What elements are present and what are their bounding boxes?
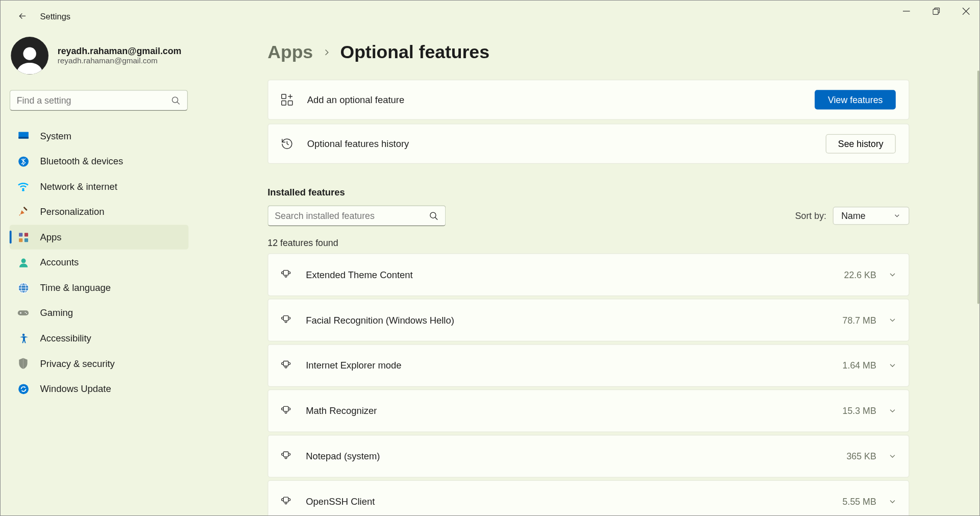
maximize-button[interactable]: [921, 1, 950, 21]
page-title: Optional features: [340, 42, 489, 63]
sort-select[interactable]: Name: [833, 207, 910, 225]
sidebar-search[interactable]: [10, 90, 188, 111]
sidebar-item-bluetooth[interactable]: Bluetooth & devices: [10, 149, 189, 174]
puzzle-icon: [280, 450, 292, 462]
sidebar-item-label: Personalization: [40, 207, 104, 217]
scrollbar[interactable]: [977, 70, 979, 304]
feature-name: Notepad (system): [306, 451, 846, 461]
svg-rect-10: [18, 238, 22, 241]
feature-row[interactable]: Facial Recognition (Windows Hello) 78.7 …: [267, 299, 909, 341]
svg-point-1: [23, 47, 36, 60]
see-history-button[interactable]: See history: [826, 134, 896, 154]
history-label: Optional features history: [307, 139, 826, 149]
breadcrumb-parent[interactable]: Apps: [267, 42, 313, 63]
sidebar-item-label: Windows Update: [40, 384, 111, 394]
puzzle-icon: [280, 495, 292, 508]
add-feature-label: Add an optional feature: [307, 94, 815, 105]
chevron-down-icon: [893, 212, 901, 219]
svg-rect-7: [23, 206, 27, 210]
feature-size: 78.7 MB: [843, 315, 876, 325]
puzzle-icon: [280, 313, 292, 326]
sidebar-item-accessibility[interactable]: Accessibility: [10, 326, 189, 351]
svg-point-23: [430, 212, 436, 217]
gamepad-icon: [17, 307, 29, 319]
close-button[interactable]: [951, 1, 980, 21]
search-icon: [429, 211, 438, 220]
sidebar-item-network[interactable]: Network & internet: [10, 174, 189, 199]
monitor-icon: [17, 130, 29, 142]
svg-point-17: [26, 313, 27, 314]
feature-name: Math Recognizer: [306, 406, 842, 416]
minimize-button[interactable]: [891, 1, 921, 21]
feature-row[interactable]: OpenSSH Client 5.55 MB: [267, 480, 909, 516]
feature-row[interactable]: Notepad (system) 365 KB: [267, 435, 909, 478]
breadcrumb: Apps Optional features: [267, 42, 909, 63]
sidebar-search-input[interactable]: [17, 95, 171, 105]
sidebar-item-time[interactable]: Time & language: [10, 275, 189, 300]
sidebar-item-label: Apps: [40, 232, 61, 242]
feature-list: Extended Theme Content 22.6 KB Facial Re…: [267, 253, 909, 516]
sidebar-item-gaming[interactable]: Gaming: [10, 301, 189, 325]
sync-icon: [17, 383, 29, 395]
svg-rect-21: [282, 101, 286, 105]
feature-row[interactable]: Math Recognizer 15.3 MB: [267, 389, 909, 432]
svg-point-16: [25, 312, 26, 313]
sidebar-item-privacy[interactable]: Privacy & security: [10, 351, 189, 376]
history-icon: [280, 137, 294, 151]
sidebar-item-label: Network & internet: [40, 181, 117, 191]
account-name: reyadh.rahaman@gmail.com: [58, 46, 182, 56]
feature-name: Facial Recognition (Windows Hello): [306, 315, 842, 325]
view-features-button[interactable]: View features: [815, 90, 896, 109]
feature-row[interactable]: Extended Theme Content 22.6 KB: [267, 253, 909, 296]
svg-point-6: [22, 190, 23, 191]
sidebar-item-system[interactable]: System: [10, 124, 189, 148]
sidebar: reyadh.rahaman@gmail.com reyadh.rahaman@…: [1, 32, 195, 516]
svg-rect-22: [288, 101, 292, 105]
sidebar-item-label: Accessibility: [40, 333, 91, 343]
nav: SystemBluetooth & devicesNetwork & inter…: [10, 124, 189, 402]
svg-point-5: [18, 156, 29, 166]
account-block[interactable]: reyadh.rahaman@gmail.com reyadh.rahaman@…: [10, 37, 195, 83]
apps-icon: [17, 231, 29, 243]
main: Apps Optional features Add an optional f…: [195, 32, 980, 516]
filter-row: Sort by: Name: [267, 205, 909, 226]
sidebar-item-personalization[interactable]: Personalization: [10, 200, 189, 224]
sidebar-item-update[interactable]: Windows Update: [10, 377, 189, 401]
feature-size: 22.6 KB: [844, 269, 876, 280]
search-icon: [171, 95, 181, 105]
feature-name: Extended Theme Content: [306, 269, 844, 280]
sidebar-item-apps[interactable]: Apps: [10, 225, 189, 249]
globe-icon: [17, 282, 29, 293]
puzzle-icon: [280, 404, 292, 417]
sidebar-item-accounts[interactable]: Accounts: [10, 250, 189, 275]
feature-size: 5.55 MB: [843, 497, 876, 507]
chevron-down-icon: [888, 497, 897, 506]
avatar: [11, 37, 48, 75]
sidebar-item-label: Time & language: [40, 282, 111, 292]
chevron-down-icon: [888, 406, 897, 415]
feature-row[interactable]: Internet Explorer mode 1.64 MB: [267, 344, 909, 387]
feature-size: 1.64 MB: [843, 360, 876, 371]
installed-section-label: Installed features: [267, 187, 909, 198]
svg-rect-15: [18, 310, 29, 315]
titlebar: Settings: [1, 1, 980, 32]
sort-value: Name: [841, 210, 865, 220]
window-title: Settings: [40, 11, 70, 21]
svg-rect-8: [18, 233, 22, 236]
sidebar-item-label: Accounts: [40, 257, 79, 267]
svg-point-2: [172, 96, 178, 102]
svg-point-19: [18, 384, 29, 394]
sidebar-item-label: Privacy & security: [40, 358, 114, 368]
svg-rect-20: [282, 94, 286, 99]
shield-icon: [17, 358, 29, 370]
chevron-down-icon: [888, 361, 897, 370]
add-app-icon: [280, 92, 294, 107]
svg-point-12: [21, 258, 26, 263]
installed-search-input[interactable]: [275, 210, 429, 220]
installed-search[interactable]: [267, 205, 446, 226]
features-count: 12 features found: [267, 238, 909, 248]
chevron-down-icon: [888, 452, 897, 461]
back-button[interactable]: [17, 10, 29, 22]
sidebar-item-label: Bluetooth & devices: [40, 156, 123, 166]
feature-size: 15.3 MB: [843, 406, 876, 416]
